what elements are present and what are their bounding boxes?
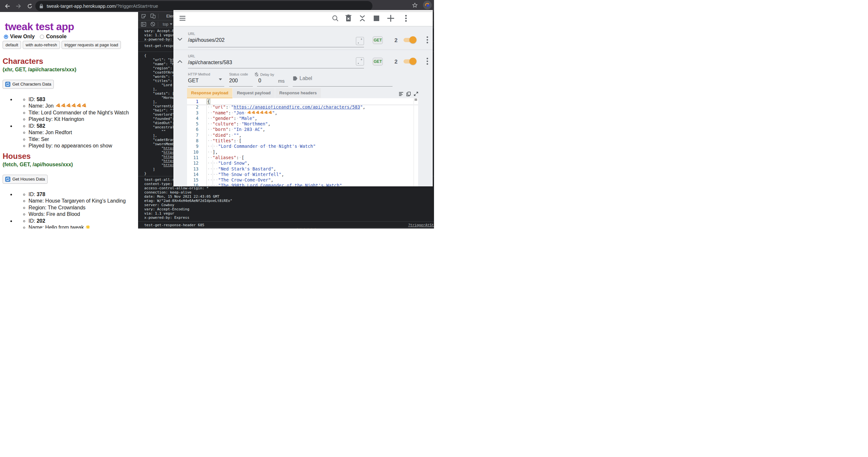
radio-checked-icon[interactable] — [4, 35, 8, 39]
copy-icon[interactable] — [406, 92, 411, 96]
code-text: ··"born":·"In·283·AC", — [207, 127, 265, 132]
code-text: ····"The·998th·Lord·Commander·of·the·Nig… — [207, 183, 345, 186]
console-line: test-get-response-header 685?triggerAtSt… — [144, 223, 434, 227]
row-more-icon[interactable] — [427, 58, 428, 65]
enable-toggle[interactable] — [404, 58, 416, 65]
code-line: 16····"The·998th·Lord·Commander·of·the·N… — [187, 183, 418, 186]
list-item: ID: 202Name: Hello from tweak — [16, 218, 135, 229]
fold-gutter — [199, 166, 207, 172]
mode-radios: View OnlyConsole — [4, 34, 135, 39]
radio-view-only[interactable]: View Only — [4, 34, 35, 39]
tweak-extension-icon[interactable] — [423, 1, 432, 9]
inspect-icon[interactable] — [141, 13, 146, 19]
method-chip: GET — [373, 36, 383, 44]
console-line: server: Cowboy — [144, 203, 434, 207]
clear-console-icon[interactable] — [150, 22, 155, 27]
method-dropdown-icon[interactable] — [219, 79, 222, 81]
tweak-panel: URL/api/houses/202*GET2URL/api/character… — [174, 12, 433, 186]
more-icon[interactable] — [405, 15, 407, 22]
item-field: Title: Lord Commander of the Night's Wat… — [29, 110, 135, 116]
url-field-value[interactable]: /api/characters/583 — [188, 60, 232, 65]
pizza-emoji — [247, 111, 251, 115]
scrollbar-thumb[interactable] — [414, 98, 417, 101]
section-heading: Houses — [3, 152, 135, 161]
device-toolbar-icon[interactable] — [150, 13, 156, 19]
item-field: Played by: Kit Harington — [29, 116, 135, 123]
code-text: ··], — [207, 149, 218, 155]
tab-response-payload[interactable]: Response payload — [187, 88, 232, 98]
toggle-knob[interactable] — [409, 58, 416, 65]
refresh-icon — [5, 82, 10, 87]
expand-icon[interactable] — [414, 92, 418, 96]
add-icon[interactable] — [387, 15, 394, 22]
label-field[interactable]: Label — [293, 75, 312, 81]
url-field-label: URL — [188, 54, 195, 58]
tweak-header — [174, 12, 433, 26]
get-houses-data-button[interactable]: Get Houses Data — [3, 175, 48, 184]
fold-gutter — [199, 116, 207, 121]
pizza-emoji — [302, 228, 305, 228]
back-icon[interactable] — [4, 4, 10, 9]
bookmark-star-icon[interactable] — [412, 3, 417, 9]
clear-all-icon[interactable] — [345, 14, 351, 22]
line-number: 9 — [187, 144, 199, 149]
chevron-down-icon[interactable] — [177, 38, 183, 41]
url-bar[interactable]: tweak-target-app.herokuapp.com/?triggerA… — [35, 1, 372, 11]
delay-value[interactable]: 0 — [258, 78, 261, 84]
enable-toggle[interactable] — [404, 36, 416, 43]
item-field: Name: Jon Redfort — [29, 129, 135, 136]
fold-gutter — [199, 160, 207, 166]
response-editor[interactable]: 1{2··"url":·"https://anapioficeandfire.c… — [187, 98, 418, 186]
http-method-value[interactable]: GET — [188, 78, 199, 84]
reload-icon[interactable] — [27, 4, 32, 9]
mode-button-with-auto-refresh[interactable]: with auto-refresh — [23, 41, 60, 49]
pizza-emoji — [294, 228, 298, 228]
collapse-icon[interactable] — [360, 15, 365, 22]
payload-tabs: Response payloadRequest payloadResponse … — [187, 88, 321, 98]
get-characters-data-button[interactable]: Get Characters Data — [3, 80, 54, 89]
code-line: 5··"culture":·"Northmen", — [187, 121, 418, 127]
row-more-icon[interactable] — [427, 36, 428, 43]
search-icon[interactable] — [332, 15, 339, 22]
item-field: Name: Jon — [29, 103, 135, 110]
item-field: Region: The Crownlands — [29, 205, 135, 211]
console-link[interactable]: https://anapioficeandfire.com/api/charac… — [161, 228, 265, 229]
tab-response-headers[interactable]: Response headers — [275, 88, 321, 98]
app-page: tweak test app View OnlyConsole defaultw… — [0, 12, 138, 228]
tab-request-payload[interactable]: Request payload — [232, 88, 275, 98]
toggle-knob[interactable] — [409, 36, 416, 43]
pizza-emoji — [55, 103, 60, 108]
code-line: 13····"Ned·Stark's·Bastard", — [187, 166, 418, 172]
chevron-up-icon[interactable] — [177, 60, 183, 63]
wave-emoji — [85, 224, 90, 228]
console-line: etag: W/"2ad-0Xn4xH4e6AeNf2dIdpoeLt8iREo… — [144, 199, 434, 203]
item-field: Title: Ser — [29, 136, 135, 143]
regex-dot — [358, 42, 359, 43]
status-code-value[interactable]: 200 — [229, 78, 238, 84]
line-number: 15 — [187, 177, 199, 183]
console-sidebar-icon[interactable] — [141, 22, 146, 27]
mode-button-trigger-requests-at-page-load[interactable]: trigger requests at page load — [62, 41, 121, 49]
stop-icon[interactable] — [374, 16, 379, 21]
radio-console[interactable]: Console — [40, 34, 66, 39]
console-source-link[interactable]: ?triggerAtStart=true — [408, 223, 434, 227]
menu-icon[interactable] — [180, 16, 185, 21]
console-entry: test-get-response-header 685?triggerAtSt… — [138, 222, 434, 227]
format-icon[interactable] — [399, 92, 403, 96]
code-line: 7··"died":·"", — [187, 132, 418, 138]
mode-button-default[interactable]: default — [3, 41, 21, 49]
js-context-selector[interactable]: top — [163, 22, 173, 27]
forward-icon[interactable] — [16, 4, 21, 9]
data-list: ID: 583Name: Jon Title: Lord Commander o… — [3, 96, 135, 149]
mode-buttons: defaultwith auto-refreshtrigger requests… — [3, 41, 135, 55]
regex-toggle-icon[interactable]: * — [356, 57, 364, 65]
http-method-label: HTTP Method — [188, 72, 210, 76]
fold-gutter — [199, 110, 207, 116]
radio-unchecked-icon[interactable] — [40, 35, 44, 39]
regex-toggle-icon[interactable]: * — [356, 37, 364, 45]
pizza-emoji — [76, 103, 81, 108]
item-field: ID: 202 — [29, 218, 135, 224]
url-field-value[interactable]: /api/houses/202 — [188, 37, 225, 43]
item-field: Name: House Targaryen of King's Landing — [29, 198, 135, 205]
editor-scrollbar[interactable] — [413, 98, 418, 186]
